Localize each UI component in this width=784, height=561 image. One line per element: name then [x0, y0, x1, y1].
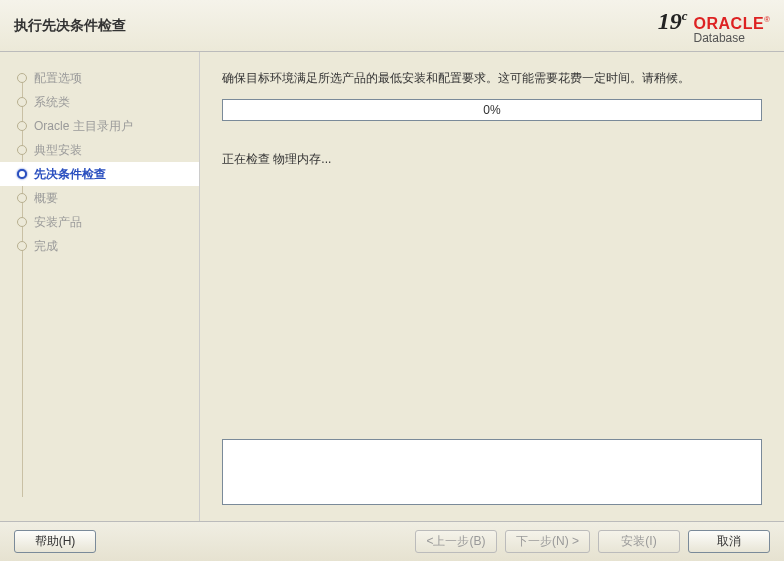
step-dot-icon — [17, 241, 27, 251]
sidebar-item-label: 典型安装 — [34, 142, 82, 159]
back-button: <上一步(B) — [415, 530, 497, 553]
content: 确保目标环境满足所选产品的最低安装和配置要求。这可能需要花费一定时间。请稍候。 … — [200, 52, 784, 521]
brand-product: Database — [694, 32, 770, 44]
brand-name: ORACLE® — [694, 16, 770, 32]
help-button[interactable]: 帮助(H) — [14, 530, 96, 553]
sidebar-item-label: Oracle 主目录用户 — [34, 118, 133, 135]
next-button: 下一步(N) > — [505, 530, 590, 553]
cancel-button[interactable]: 取消 — [688, 530, 770, 553]
installer-window: 执行先决条件检查 19c ORACLE® Database 配置选项 系统类 O… — [0, 0, 784, 561]
step-dot-icon — [17, 73, 27, 83]
step-dot-icon — [17, 121, 27, 131]
sidebar-item-prereq-check: 先决条件检查 — [0, 162, 199, 186]
step-list: 配置选项 系统类 Oracle 主目录用户 典型安装 先决条件检查 概要 安装产… — [0, 66, 199, 258]
sidebar-item-system-class: 系统类 — [0, 90, 199, 114]
header: 执行先决条件检查 19c ORACLE® Database — [0, 0, 784, 52]
sidebar-item-label: 先决条件检查 — [34, 166, 106, 183]
sidebar-item-label: 概要 — [34, 190, 58, 207]
sidebar-item-label: 安装产品 — [34, 214, 82, 231]
sidebar-item-typical-install: 典型安装 — [0, 138, 199, 162]
step-dot-icon — [17, 145, 27, 155]
step-dot-icon — [17, 217, 27, 227]
status-text: 正在检查 物理内存... — [222, 151, 762, 168]
progress-percent: 0% — [483, 103, 500, 117]
sidebar-item-summary: 概要 — [0, 186, 199, 210]
description-text: 确保目标环境满足所选产品的最低安装和配置要求。这可能需要花费一定时间。请稍候。 — [222, 70, 762, 87]
sidebar-item-label: 完成 — [34, 238, 58, 255]
step-dot-icon — [17, 169, 27, 179]
footer: 帮助(H) <上一步(B) 下一步(N) > 安装(I) 取消 — [0, 521, 784, 561]
sidebar-item-install-product: 安装产品 — [0, 210, 199, 234]
sidebar-item-config-option: 配置选项 — [0, 66, 199, 90]
body: 配置选项 系统类 Oracle 主目录用户 典型安装 先决条件检查 概要 安装产… — [0, 52, 784, 521]
sidebar-item-label: 配置选项 — [34, 70, 82, 87]
step-dot-icon — [17, 193, 27, 203]
sidebar: 配置选项 系统类 Oracle 主目录用户 典型安装 先决条件检查 概要 安装产… — [0, 52, 200, 521]
output-area[interactable] — [222, 439, 762, 505]
sidebar-item-oracle-home-user: Oracle 主目录用户 — [0, 114, 199, 138]
install-button: 安装(I) — [598, 530, 680, 553]
page-title: 执行先决条件检查 — [14, 17, 126, 35]
sidebar-item-finish: 完成 — [0, 234, 199, 258]
progress-bar: 0% — [222, 99, 762, 121]
brand-version: 19c — [658, 8, 688, 35]
sidebar-item-label: 系统类 — [34, 94, 70, 111]
brand: 19c ORACLE® Database — [658, 8, 770, 44]
step-dot-icon — [17, 97, 27, 107]
